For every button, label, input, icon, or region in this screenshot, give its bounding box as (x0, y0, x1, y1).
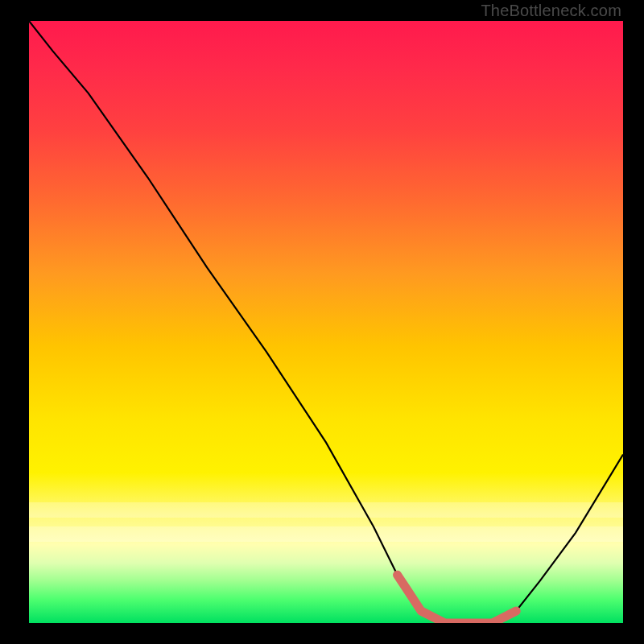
highlight-segment (398, 575, 517, 623)
bottleneck-curve (29, 21, 623, 623)
watermark-text: TheBottleneck.com (481, 2, 621, 20)
chart-frame: TheBottleneck.com (0, 0, 644, 644)
chart-svg (29, 21, 623, 623)
plot-area (29, 21, 623, 623)
